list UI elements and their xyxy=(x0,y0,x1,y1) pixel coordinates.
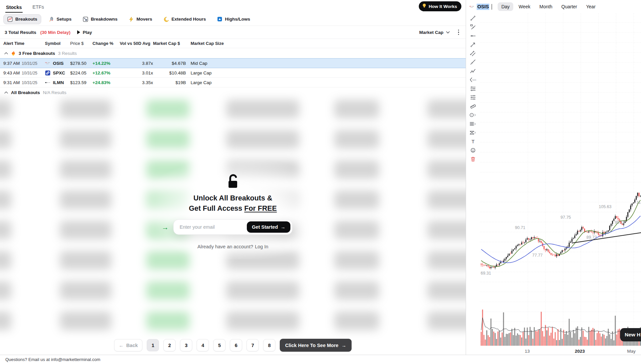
page-button-7[interactable]: 7 xyxy=(246,339,259,351)
app-window: Stocks ETFs How It Works BreakoutsSetups… xyxy=(0,0,641,355)
group-header-all-breakouts[interactable]: All Breakouts N/A Results xyxy=(0,87,466,97)
nav-extended-hours[interactable]: Extended Hours xyxy=(160,14,210,24)
svg-text:90.71: 90.71 xyxy=(515,225,525,230)
more-options-button[interactable] xyxy=(457,28,461,37)
back-button[interactable]: ← Back xyxy=(114,339,142,351)
svg-text:May: May xyxy=(627,349,636,354)
market-cap-size-cell: Large Cap xyxy=(186,70,236,75)
tab-stocks[interactable]: Stocks xyxy=(5,2,23,13)
price-note-icon[interactable]: $34 xyxy=(468,76,478,83)
page-button-4[interactable]: 4 xyxy=(197,339,209,351)
chevron-down-icon xyxy=(446,31,450,34)
price-cell: $278.50 xyxy=(70,61,92,66)
play-label: Play xyxy=(83,30,92,35)
trend-line-icon[interactable] xyxy=(468,15,478,22)
arrow-right-icon: → xyxy=(281,224,286,230)
how-it-works-label: How It Works xyxy=(429,4,457,9)
change-cell: +14.22% xyxy=(92,61,120,66)
login-prefix: Already have an account? xyxy=(198,244,253,249)
nav-breakouts[interactable]: Breakouts xyxy=(3,14,41,24)
unlock-icon xyxy=(225,174,240,189)
parallel-channel-icon[interactable] xyxy=(468,50,478,57)
caret-up-icon xyxy=(4,52,8,55)
timeframe-quarter[interactable]: Quarter xyxy=(558,2,581,11)
get-started-button[interactable]: Get Started → xyxy=(247,221,290,233)
rocket-icon xyxy=(49,17,54,22)
results-bar: 3 Total Results (30 Min Delay) Play Mark… xyxy=(0,26,466,39)
remove-drawings-icon[interactable] xyxy=(468,156,478,163)
extended-line-icon[interactable] xyxy=(468,24,478,31)
filter-nav: BreakoutsSetupsBreakdownsMoversExtended … xyxy=(0,13,466,26)
svg-text:97.75: 97.75 xyxy=(561,215,571,220)
arrow-line-icon[interactable] xyxy=(468,41,478,48)
xabcd-pattern-icon[interactable] xyxy=(468,129,478,136)
page-button-6[interactable]: 6 xyxy=(230,339,242,351)
breakouts-table: Alert TimeSymbolPrice $Change %Vol vs 50… xyxy=(0,39,466,97)
long-position-icon[interactable] xyxy=(468,85,478,92)
table-row-osis[interactable]: 9:37 AM10/31/25 OSIS $278.50 +14.22% 3.8… xyxy=(0,58,466,68)
table-header-row: Alert TimeSymbolPrice $Change %Vol vs 50… xyxy=(0,39,466,48)
page-button-1[interactable]: 1 xyxy=(147,339,159,351)
timeframe-year[interactable]: Year xyxy=(582,2,599,11)
ellipse-tool-icon[interactable] xyxy=(468,112,478,119)
multi-line-tool-icon[interactable] xyxy=(468,120,478,127)
log-in-link[interactable]: Log In xyxy=(255,244,268,249)
polyline-icon[interactable] xyxy=(468,67,478,74)
column-header: Alert Time xyxy=(3,41,45,46)
symbol-cell: SPXC xyxy=(45,70,70,76)
group-count: 3 Results xyxy=(58,51,77,56)
horizontal-line-icon[interactable] xyxy=(468,32,478,39)
emoji-tool-icon[interactable] xyxy=(468,147,478,154)
sort-dropdown[interactable]: Market Cap xyxy=(419,30,450,35)
page-button-2[interactable]: 2 xyxy=(163,339,176,351)
short-position-icon[interactable] xyxy=(468,94,478,101)
market-cap-cell: $19B xyxy=(153,80,186,85)
svg-text:13: 13 xyxy=(525,349,530,354)
osis-logo-icon xyxy=(469,4,475,10)
symbol-cell: OSIS xyxy=(45,61,70,66)
table-row-ilmn[interactable]: 9:31 AM10/31/25 ILMN $123.59 +24.83% 3.3… xyxy=(0,78,466,87)
market-cap-size-cell: Mid Cap xyxy=(186,61,236,66)
ruler-icon[interactable] xyxy=(468,103,478,110)
drawing-toolbar: $34T xyxy=(466,15,480,163)
nav-highs-lows[interactable]: Highs/Lows xyxy=(213,14,254,24)
see-more-button[interactable]: Click Here To See More → xyxy=(280,339,352,352)
alert-time: 9:37 AM10/31/25 xyxy=(3,61,45,66)
ilmn-logo-icon xyxy=(45,80,51,85)
nav-label: Breakouts xyxy=(15,17,37,22)
timeframe-day[interactable]: Day xyxy=(498,2,513,11)
nav-setups[interactable]: Setups xyxy=(45,14,76,24)
signup-overlay: Unlock All Breakouts & Get Full Access F… xyxy=(0,174,466,249)
play-button[interactable]: Play xyxy=(77,30,92,35)
overlay-title-line2: Get Full Access For FREE xyxy=(189,203,277,214)
login-line: Already have an account?Log In xyxy=(198,244,268,249)
table-row-spxc[interactable]: 9:43 AM10/31/25 SPXC $224.05 +12.67% 3.0… xyxy=(0,68,466,78)
footer-contact-text: Questions? Email us at info@markettermin… xyxy=(5,357,100,362)
page-button-5[interactable]: 5 xyxy=(213,339,226,351)
svg-text:$34: $34 xyxy=(472,79,476,81)
page-button-3[interactable]: 3 xyxy=(180,339,192,351)
nav-breakdowns[interactable]: Breakdowns xyxy=(79,14,121,24)
nav-movers[interactable]: Movers xyxy=(125,14,156,24)
chart-canvas[interactable]: 69.3190.7177.7797.7589.72105.6399.111141… xyxy=(480,13,641,355)
get-started-label: Get Started xyxy=(252,224,278,230)
column-header: Vol vs 50D Avg xyxy=(120,41,153,46)
ticker-input[interactable]: OSIS xyxy=(469,4,492,10)
see-more-label: Click Here To See More xyxy=(285,343,338,348)
tab-etfs[interactable]: ETFs xyxy=(32,2,45,13)
total-results-label: 3 Total Results xyxy=(5,30,36,35)
play-icon xyxy=(77,30,80,34)
email-form: → Get Started → xyxy=(173,219,292,235)
volume-cell: 3.01x xyxy=(120,70,153,75)
text-tool-icon[interactable]: T xyxy=(468,138,478,145)
how-it-works-button[interactable]: How It Works xyxy=(419,1,461,11)
osis-logo-icon xyxy=(45,61,51,66)
ray-icon[interactable] xyxy=(468,59,478,66)
page-button-8[interactable]: 8 xyxy=(263,339,275,351)
timeframe-week[interactable]: Week xyxy=(515,2,534,11)
arrow-left-icon: ← xyxy=(119,343,124,348)
alert-time: 9:31 AM10/31/25 xyxy=(3,80,45,85)
timeframe-month[interactable]: Month xyxy=(536,2,556,11)
column-header: Symbol xyxy=(45,41,70,46)
group-header-3-free-breakouts[interactable]: 3 Free Breakouts 3 Results xyxy=(0,48,466,58)
